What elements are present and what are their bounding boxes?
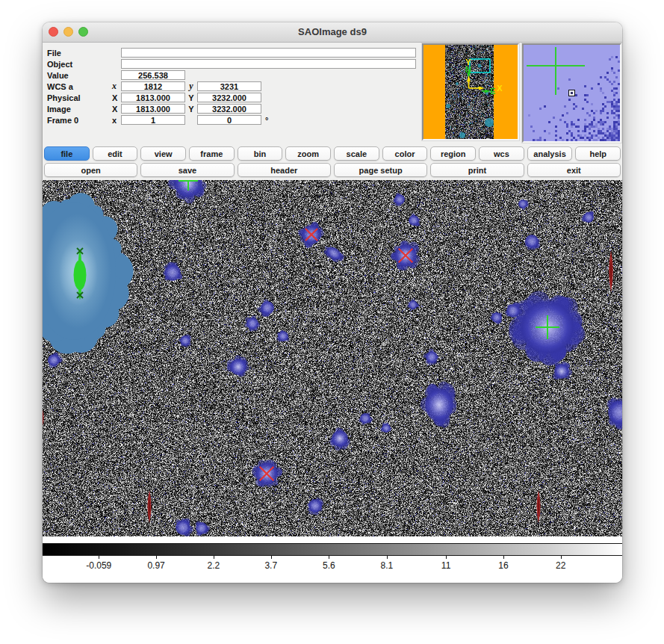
desktop-background: SAOImage ds9 FileObjectValue256.538WCS a… [0,0,664,644]
info-label-object: Object [44,60,111,69]
menu-button-scale[interactable]: scale [334,146,379,161]
info-label-image: Image [44,105,111,114]
colorbar-tick [503,556,504,559]
info-field-physical-1[interactable]: 1813.000 [121,93,185,102]
info-row-frame-0: Frame 0x10° [44,114,416,126]
menu-button-frame[interactable]: frame [189,146,235,161]
action-button-open[interactable]: open [44,163,137,177]
menu-button-region[interactable]: region [430,146,476,161]
coord-letter: X [111,93,121,102]
colorbar: -0.0590.972.23.75.68.1111622 [43,536,622,583]
menu-button-edit[interactable]: edit [93,146,138,161]
file-action-row: opensaveheaderpage setupprintexit [43,161,622,180]
menu-button-row: fileeditviewframebinzoomscalecolorregion… [43,143,622,161]
info-field-file-1[interactable] [121,48,416,58]
colorbar-tick-label: 5.6 [323,560,335,571]
colorbar-tick [271,556,272,559]
coord-letter: y [185,81,197,92]
coord-letter: x [111,116,121,125]
window-title: SAOImage ds9 [43,22,622,42]
colorbar-tick [561,556,562,559]
info-field-wcs-a-2[interactable]: 3231 [197,81,261,91]
titlebar[interactable]: SAOImage ds9 [43,22,622,43]
ds9-window: SAOImage ds9 FileObjectValue256.538WCS a… [43,22,622,583]
colorbar-tick [329,556,329,559]
info-label-value: Value [44,71,111,80]
info-row-object: Object [44,58,416,69]
coordinate-readout: FileObjectValue256.538WCS ax1812y3231Phy… [44,47,416,126]
info-row-physical: PhysicalX1813.000Y3232.000 [44,92,416,103]
colorbar-tick-label: 22 [556,560,565,571]
info-row-file: File [44,47,416,58]
colorbar-tick-label: 16 [498,560,508,571]
image-display [43,180,622,536]
info-field-frame-0-1[interactable]: 1 [121,115,185,125]
action-button-exit[interactable]: exit [527,163,621,177]
info-label-wcs-a: WCS a [44,82,111,91]
panner-canvas[interactable] [423,45,518,139]
colorbar-tick [156,556,157,559]
colorbar-gradient[interactable] [43,543,622,556]
info-field-object-1[interactable] [121,59,416,69]
degree-symbol: ° [265,116,268,125]
action-button-print[interactable]: print [430,163,524,177]
info-field-wcs-a-1[interactable]: 1812 [121,81,185,91]
menu-button-bin[interactable]: bin [238,146,283,161]
info-panel: FileObjectValue256.538WCS ax1812y3231Phy… [43,43,622,143]
panner-panel [422,43,519,140]
colorbar-tick-label: 2.2 [208,560,220,571]
coord-letter: Y [185,105,197,114]
info-label-physical: Physical [44,93,111,102]
colorbar-tick [99,556,99,559]
info-label-frame-0: Frame 0 [44,116,111,125]
menu-button-view[interactable]: view [140,146,186,161]
coord-letter: X [111,105,121,114]
colorbar-tick-label: 0.97 [147,560,164,571]
info-label-file: File [44,49,111,58]
menu-button-analysis[interactable]: analysis [527,146,573,161]
menu-button-file[interactable]: file [44,146,90,161]
menu-button-help[interactable]: help [575,146,621,161]
colorbar-tick-label: 3.7 [264,560,277,571]
colorbar-tick-label: 11 [441,560,450,571]
info-field-physical-2[interactable]: 3232.000 [197,93,261,102]
colorbar-tick [214,556,214,559]
info-field-image-2[interactable]: 3232.000 [197,104,261,114]
image-canvas[interactable] [43,180,622,536]
colorbar-tick-label: -0.059 [86,560,111,571]
action-button-save[interactable]: save [140,163,234,177]
info-row-wcs-a: WCS ax1812y3231 [44,81,416,92]
colorbar-tick [446,556,447,559]
info-row-image: ImageX1813.000Y3232.000 [44,103,416,114]
info-field-frame-0-2[interactable]: 0 [197,115,261,125]
info-field-image-1[interactable]: 1813.000 [121,104,185,114]
magnifier-canvas[interactable] [524,45,620,141]
menu-button-color[interactable]: color [382,146,428,161]
menu-button-zoom[interactable]: zoom [285,146,331,161]
coord-letter: Y [185,93,197,102]
info-row-value: Value256.538 [44,69,416,81]
info-field-value-1[interactable]: 256.538 [121,70,185,80]
colorbar-tick-label: 8.1 [381,560,394,571]
action-button-page-setup[interactable]: page setup [334,163,427,177]
colorbar-tick [387,556,388,559]
menu-button-wcs[interactable]: wcs [479,146,524,161]
coord-letter: x [111,81,121,92]
action-button-header[interactable]: header [238,163,331,177]
magnifier-panel [522,43,621,143]
